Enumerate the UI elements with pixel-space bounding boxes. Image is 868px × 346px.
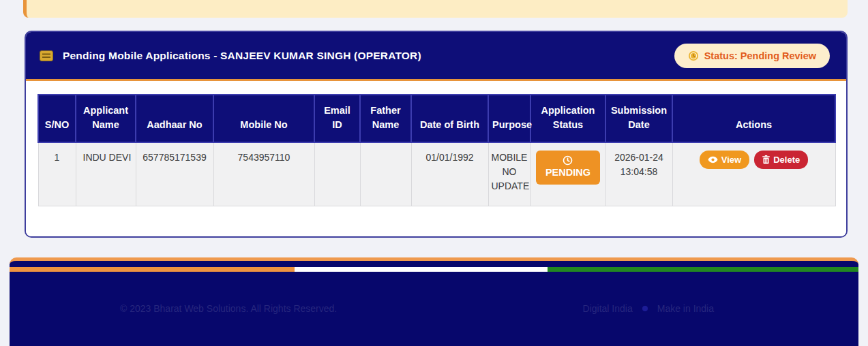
view-button-label: View (721, 155, 741, 165)
eye-icon (708, 156, 718, 163)
col-sno: S/NO (38, 95, 76, 142)
footer-text-row: © 2023 Bharat Web Solutions. All Rights … (10, 303, 858, 314)
make-in-india-label: Make in India (657, 303, 714, 314)
col-father-name: Father Name (360, 95, 411, 142)
col-submission-date: Submission Date (605, 95, 672, 142)
view-button[interactable]: View (700, 151, 749, 169)
status-badge: Status: Pending Review (674, 44, 830, 68)
clock-icon (688, 50, 699, 61)
notice-panel (23, 0, 848, 18)
list-card-icon (40, 50, 53, 61)
card-header: Pending Mobile Applications - SANJEEV KU… (26, 32, 846, 81)
cell-application-status: PENDING (530, 142, 605, 206)
page: Pending Mobile Applications - SANJEEV KU… (0, 0, 868, 346)
cell-email-id (314, 142, 360, 206)
india-flag-stripe (10, 267, 858, 272)
flag-green-segment (548, 267, 858, 272)
table-row: 1 INDU DEVI 657785171539 7543957110 01/0… (38, 142, 835, 206)
delete-button-label: Delete (773, 155, 800, 165)
col-purpose: Purpose (488, 95, 530, 142)
cell-sno: 1 (38, 142, 76, 206)
clock-icon (563, 155, 573, 166)
cell-mobile-no: 7543957110 (213, 142, 314, 206)
flag-saffron-segment (10, 267, 295, 272)
col-application-status: Application Status (530, 95, 605, 142)
col-actions: Actions (672, 95, 835, 142)
col-applicant-name: Applicant Name (76, 95, 136, 142)
cell-actions: View Delete (672, 142, 835, 206)
col-email-id: Email ID (314, 95, 360, 142)
pending-status-label: PENDING (545, 167, 590, 178)
table-header-row: S/NO Applicant Name Aadhaar No Mobile No… (38, 95, 835, 142)
dot-separator-icon (642, 306, 648, 311)
cell-purpose: MOBILE NO UPDATE (488, 142, 530, 206)
applications-table: S/NO Applicant Name Aadhaar No Mobile No… (38, 94, 836, 206)
digital-india-label: Digital India (583, 303, 633, 314)
page-title: Pending Mobile Applications - SANJEEV KU… (63, 50, 421, 62)
footer-links: Digital India Make in India (583, 303, 714, 314)
footer: © 2023 Bharat Web Solutions. All Rights … (10, 257, 858, 346)
copyright-text: © 2023 Bharat Web Solutions. All Rights … (120, 303, 337, 314)
status-badge-label: Status: Pending Review (704, 50, 816, 61)
col-mobile-no: Mobile No (213, 95, 314, 142)
pending-applications-card: Pending Mobile Applications - SANJEEV KU… (25, 31, 848, 238)
col-aadhaar-no: Aadhaar No (136, 95, 213, 142)
applications-table-wrap: S/NO Applicant Name Aadhaar No Mobile No… (26, 81, 846, 236)
cell-date-of-birth: 01/01/1992 (411, 142, 488, 206)
cell-submission-date: 2026-01-24 13:04:58 (605, 142, 672, 206)
delete-button[interactable]: Delete (754, 151, 808, 169)
cell-father-name (360, 142, 411, 206)
cell-applicant-name: INDU DEVI (76, 142, 136, 206)
flag-white-segment (295, 267, 548, 272)
col-date-of-birth: Date of Birth (411, 95, 488, 142)
pending-status-badge: PENDING (536, 151, 600, 185)
cell-aadhaar-no: 657785171539 (136, 142, 213, 206)
trash-icon (762, 155, 770, 164)
